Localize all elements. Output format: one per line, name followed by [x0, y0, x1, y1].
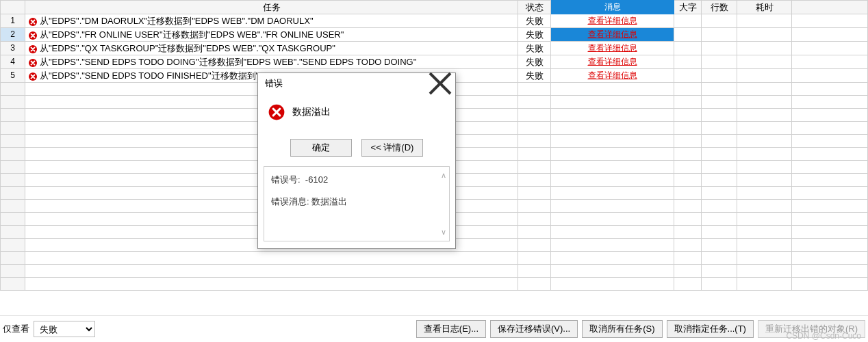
status-cell: 失败	[518, 42, 551, 55]
message-link[interactable]: 查看详细信息	[551, 42, 674, 55]
error-msg: 数据溢出	[311, 196, 347, 207]
task-cell: 从"EDPS"."SEND EDPS TODO DOING"迁移数据到"EDPS…	[25, 55, 518, 69]
empty-row	[1, 278, 868, 291]
error-icon	[268, 103, 285, 121]
error-x-icon	[28, 58, 38, 68]
rows-cell	[702, 42, 737, 55]
dialog-detail-panel: 错误号: -6102 错误消息: 数据溢出 ∧ ∨	[264, 166, 450, 241]
row-number: 3	[1, 42, 25, 55]
font-cell	[674, 55, 702, 69]
watermark: CSDN @Csdn-Cuco	[786, 331, 861, 341]
filler-cell	[792, 14, 868, 28]
time-cell	[737, 55, 792, 69]
rows-cell	[702, 69, 737, 83]
table-row[interactable]: 1从"EDPS"."DM DAORULX"迁移数据到"EDPS WEB"."DM…	[1, 14, 868, 28]
details-button[interactable]: << 详情(D)	[361, 139, 423, 157]
filter-select[interactable]: 失败	[34, 321, 95, 337]
error-x-icon	[28, 72, 38, 81]
close-icon[interactable]	[428, 75, 452, 92]
status-cell: 失败	[518, 28, 551, 42]
col-font[interactable]: 大字	[674, 1, 702, 14]
header-row: 任务 状态 消息 大字 行数 耗时	[1, 1, 868, 14]
status-cell: 失败	[518, 14, 551, 28]
col-status[interactable]: 状态	[518, 1, 551, 14]
cancel-all-button[interactable]: 取消所有任务(S)	[582, 320, 662, 338]
time-cell	[737, 14, 792, 28]
row-number: 1	[1, 14, 25, 28]
task-cell: 从"EDPS"."QX TASKGROUP"迁移数据到"EDPS WEB"."Q…	[25, 42, 518, 55]
rows-cell	[702, 14, 737, 28]
col-filler	[792, 1, 868, 14]
col-task[interactable]: 任务	[25, 1, 518, 14]
error-no: -6102	[305, 174, 328, 185]
scroll-down-icon: ∨	[441, 228, 446, 237]
col-time[interactable]: 耗时	[737, 1, 792, 14]
time-cell	[737, 69, 792, 83]
task-cell: 从"EDPS"."DM DAORULX"迁移数据到"EDPS WEB"."DM …	[25, 14, 518, 28]
only-view-label: 仅查看	[3, 323, 29, 335]
font-cell	[674, 42, 702, 55]
row-number: 4	[1, 55, 25, 69]
filler-cell	[792, 28, 868, 42]
empty-row	[1, 252, 868, 265]
col-message[interactable]: 消息	[551, 1, 674, 14]
error-no-label: 错误号:	[271, 174, 301, 185]
cancel-specific-button[interactable]: 取消指定任务...(T)	[667, 320, 754, 338]
dialog-message: 数据溢出	[292, 106, 331, 118]
font-cell	[674, 28, 702, 42]
empty-row	[1, 265, 868, 278]
row-number: 2	[1, 28, 25, 42]
time-cell	[737, 42, 792, 55]
table-row[interactable]: 3从"EDPS"."QX TASKGROUP"迁移数据到"EDPS WEB"."…	[1, 42, 868, 55]
save-errors-button[interactable]: 保存迁移错误(V)...	[490, 320, 578, 338]
ok-button[interactable]: 确定	[290, 139, 352, 157]
filler-cell	[792, 55, 868, 69]
table-row[interactable]: 2从"EDPS"."FR ONLINE USER"迁移数据到"EDPS WEB"…	[1, 28, 868, 42]
message-link[interactable]: 查看详细信息	[551, 14, 674, 28]
error-x-icon	[28, 17, 38, 27]
table-row[interactable]: 4从"EDPS"."SEND EDPS TODO DOING"迁移数据到"EDP…	[1, 55, 868, 69]
dialog-title: 错误	[265, 77, 283, 90]
scroll-up-icon: ∧	[441, 171, 446, 180]
filler-cell	[792, 69, 868, 83]
task-cell: 从"EDPS"."FR ONLINE USER"迁移数据到"EDPS WEB".…	[25, 28, 518, 42]
filler-cell	[792, 42, 868, 55]
message-link[interactable]: 查看详细信息	[551, 28, 674, 42]
col-rows[interactable]: 行数	[702, 1, 737, 14]
error-dialog: 错误 数据溢出 确定 << 详情(D) 错误号: -6102 错误消息: 数据溢…	[257, 73, 456, 249]
error-msg-label: 错误消息:	[271, 196, 309, 207]
status-cell: 失败	[518, 69, 551, 83]
status-cell: 失败	[518, 55, 551, 69]
time-cell	[737, 28, 792, 42]
bottom-bar: 仅查看 失败 查看日志(E)... 保存迁移错误(V)... 取消所有任务(S)…	[0, 315, 868, 342]
error-x-icon	[28, 44, 38, 54]
message-link[interactable]: 查看详细信息	[551, 69, 674, 83]
rows-cell	[702, 28, 737, 42]
view-log-button[interactable]: 查看日志(E)...	[416, 320, 486, 338]
error-x-icon	[28, 31, 38, 40]
font-cell	[674, 14, 702, 28]
rows-cell	[702, 55, 737, 69]
font-cell	[674, 69, 702, 83]
row-number: 5	[1, 69, 25, 83]
message-link[interactable]: 查看详细信息	[551, 55, 674, 69]
corner-cell	[1, 1, 25, 14]
